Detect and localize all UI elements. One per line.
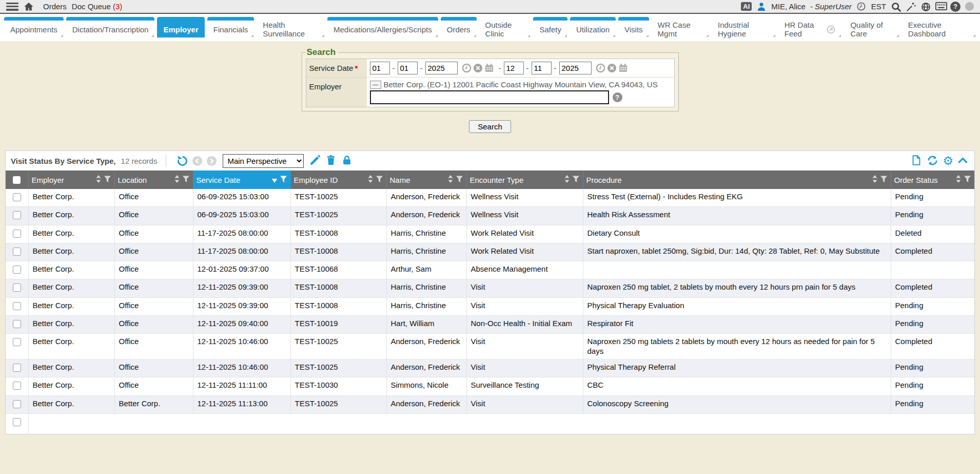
row-checkbox[interactable] (13, 266, 21, 274)
tab-dictation-transcription[interactable]: Dictation/Transcription (66, 17, 155, 37)
select-all-checkbox[interactable] (13, 176, 21, 184)
filter-icon[interactable] (376, 175, 383, 184)
table-row[interactable]: Better Corp.Office12-11-2025 09:39:00TES… (6, 279, 974, 297)
to-calendar-icon[interactable] (618, 63, 628, 73)
tab-executive-dashboard[interactable]: Executive Dashboard (902, 17, 976, 37)
to-clear-icon[interactable] (607, 63, 617, 73)
edit-perspective-icon[interactable] (309, 155, 322, 167)
row-checkbox[interactable] (13, 320, 21, 328)
row-checkbox[interactable] (13, 364, 21, 372)
sort-icon[interactable] (174, 175, 180, 185)
new-document-icon[interactable] (911, 155, 923, 167)
table-row[interactable]: Better Corp.Office12-11-2025 11:11:00TES… (6, 377, 974, 395)
to-month-input[interactable] (504, 62, 524, 74)
filter-icon[interactable] (456, 175, 463, 184)
column-header-employer[interactable]: Employer (28, 170, 114, 189)
from-clear-icon[interactable] (473, 63, 483, 73)
sort-icon[interactable] (95, 175, 102, 185)
collapse-employer-button[interactable]: — (370, 81, 381, 89)
search-button[interactable]: Search (469, 120, 511, 133)
table-row[interactable]: Better Corp.Office12-11-2025 09:40:00TES… (6, 316, 974, 334)
tab-outside-clinic[interactable]: Outside Clinic (479, 17, 531, 37)
filter-icon[interactable] (572, 175, 580, 184)
settings-gear-icon[interactable]: ⚙ (943, 155, 953, 166)
tab-orders[interactable]: Orders (441, 17, 477, 37)
from-year-input[interactable] (425, 62, 458, 74)
row-checkbox[interactable] (13, 338, 21, 346)
from-time-icon[interactable] (462, 63, 472, 73)
row-checkbox[interactable] (13, 283, 21, 292)
breadcrumb-doc-queue[interactable]: Doc Queue (3) (72, 2, 122, 11)
filter-icon[interactable] (880, 175, 888, 184)
user-name[interactable]: MIE, Alice (771, 2, 806, 11)
globe-phone-icon[interactable] (920, 2, 931, 12)
ai-badge[interactable]: AI (741, 2, 752, 11)
table-row[interactable]: Better Corp.Office06-09-2025 15:03:00TES… (6, 207, 974, 225)
from-day-input[interactable] (398, 62, 418, 74)
tab-financials[interactable]: Financials (207, 17, 254, 37)
refresh-icon[interactable] (927, 155, 939, 167)
prev-perspective-icon[interactable] (192, 156, 203, 166)
table-row[interactable]: Better Corp.Office06-09-2025 15:03:00TES… (6, 189, 974, 207)
to-year-input[interactable] (559, 62, 592, 74)
next-perspective-icon[interactable] (206, 156, 217, 166)
filter-icon[interactable] (280, 175, 287, 184)
undo-icon[interactable] (176, 155, 188, 167)
hamburger-menu-icon[interactable] (6, 3, 18, 11)
tab-appointments[interactable]: Appointments (4, 17, 64, 37)
row-checkbox[interactable] (13, 211, 21, 219)
tab-industrial-hygiene[interactable]: Industrial Hygiene (712, 17, 776, 37)
lock-perspective-icon[interactable] (341, 155, 354, 167)
table-row[interactable]: Better Corp.Office12-01-2025 09:37:00TES… (6, 261, 974, 279)
tab-utilization[interactable]: Utilization (570, 17, 616, 37)
filter-icon[interactable] (964, 175, 971, 184)
tab-health-surveillance[interactable]: Health Surveillance (257, 17, 325, 37)
tab-visits[interactable]: Visits (618, 17, 649, 37)
sort-icon[interactable] (564, 175, 570, 185)
column-header-service_date[interactable]: Service Date (193, 170, 290, 189)
perspective-select[interactable]: Main Perspective (223, 154, 304, 168)
table-row[interactable]: Better Corp.Office12-11-2025 09:39:00TES… (6, 297, 974, 315)
tab-hr-data-feed[interactable]: HR Data Feed (778, 17, 842, 37)
tab-safety[interactable]: Safety (533, 17, 567, 37)
column-header-location[interactable]: Location (114, 170, 193, 189)
column-header-name[interactable]: Name (386, 170, 466, 189)
magic-wand-icon[interactable] (906, 2, 916, 12)
row-checkbox[interactable] (13, 248, 21, 256)
employer-search-input[interactable] (370, 90, 609, 104)
keyboard-icon[interactable] (935, 2, 946, 12)
column-header-procedure[interactable]: Procedure (583, 170, 891, 189)
sort-desc-icon[interactable] (271, 176, 278, 184)
tab-wr-case-mgmt[interactable]: WR Case Mgmt (652, 17, 709, 37)
row-checkbox[interactable] (13, 230, 21, 238)
row-checkbox[interactable] (13, 193, 21, 201)
column-header-employee_id[interactable]: Employee ID (290, 170, 386, 189)
search-icon[interactable] (891, 2, 901, 12)
table-row[interactable]: Better Corp.Office12-11-2025 10:46:00TES… (6, 359, 974, 377)
column-header-order_status[interactable]: Order Status (891, 170, 974, 189)
filter-icon[interactable] (182, 175, 190, 184)
home-icon[interactable] (24, 2, 34, 12)
column-header-encounter_type[interactable]: Encounter Type (466, 170, 583, 189)
table-row[interactable]: Better Corp.Better Corp.12-11-2025 11:13… (6, 395, 974, 413)
from-month-input[interactable] (370, 62, 390, 74)
table-row[interactable]: Better Corp.Office12-11-2025 10:46:00TES… (6, 334, 974, 359)
to-time-icon[interactable] (596, 63, 605, 73)
sort-icon[interactable] (955, 175, 962, 185)
row-checkbox[interactable] (13, 302, 21, 310)
table-row[interactable]: Better Corp.Office11-17-2025 08:00:00TES… (6, 243, 974, 261)
from-calendar-icon[interactable] (484, 63, 494, 73)
collapse-chevron-icon[interactable] (957, 155, 969, 167)
sort-icon[interactable] (872, 175, 878, 185)
tab-medications-allergies-scripts[interactable]: Medications/Allergies/Scripts (327, 17, 438, 37)
sort-icon[interactable] (367, 175, 374, 185)
table-row[interactable]: Better Corp.Office11-17-2025 08:00:00TES… (6, 225, 974, 243)
help-icon[interactable]: ? (950, 2, 961, 12)
tab-quality-of-care[interactable]: Quality of Care (844, 17, 899, 37)
row-checkbox[interactable] (13, 400, 21, 408)
clock-icon[interactable] (856, 2, 867, 12)
employer-help-icon[interactable]: ? (613, 92, 622, 102)
to-day-input[interactable] (532, 62, 552, 74)
tab-employer[interactable]: Employer (157, 17, 204, 37)
filter-icon[interactable] (104, 175, 111, 184)
